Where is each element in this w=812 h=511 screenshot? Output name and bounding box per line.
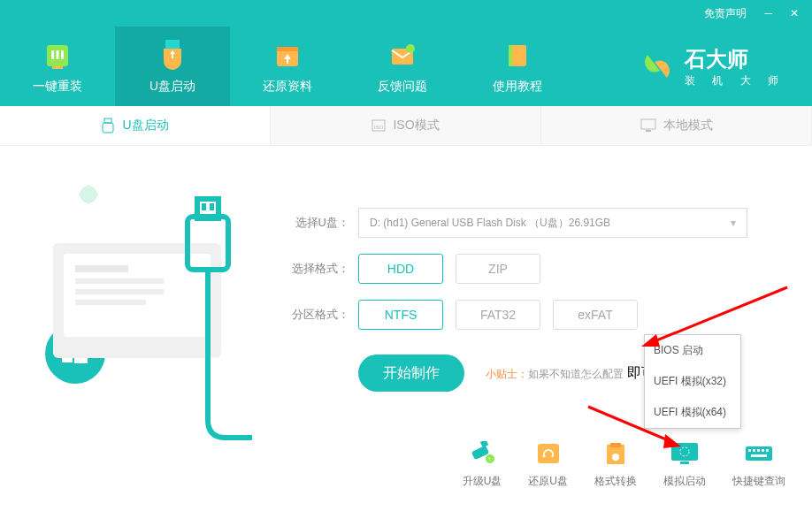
sub-tabs: U盘启动 ISO ISO模式 本地模式 [0, 106, 812, 146]
svg-rect-50 [762, 449, 764, 452]
convert-icon [600, 440, 632, 467]
svg-rect-17 [646, 130, 651, 132]
tab-local-mode[interactable]: 本地模式 [541, 106, 812, 145]
tool-label: 格式转换 [594, 474, 637, 489]
illustration [0, 146, 274, 511]
close-button[interactable]: ✕ [790, 7, 799, 19]
disk-label: 选择U盘： [283, 215, 349, 231]
monitor-icon [640, 118, 656, 133]
svg-rect-46 [746, 446, 772, 461]
usb-boot-icon [155, 38, 190, 73]
simulate-icon [669, 440, 701, 467]
disk-value: D: (hd1) General USB Flash Disk （U盘）26.9… [370, 216, 610, 231]
nav-usb-boot[interactable]: U盘启动 [115, 27, 230, 106]
format-label: 选择格式： [283, 261, 349, 277]
svg-rect-43 [671, 443, 698, 461]
content-area: 选择U盘： D: (hd1) General USB Flash Disk （U… [0, 146, 812, 511]
restore-icon [270, 38, 305, 73]
tutorial-icon [500, 38, 535, 73]
tool-label: 升级U盘 [463, 474, 502, 489]
svg-rect-28 [75, 278, 164, 284]
partition-option-exfat[interactable]: exFAT [553, 300, 638, 330]
partition-option-ntfs[interactable]: NTFS [358, 300, 443, 330]
partition-option-fat32[interactable]: FAT32 [456, 300, 540, 330]
chevron-down-icon: ▾ [731, 217, 736, 229]
menu-item-uefi-x64[interactable]: UEFI 模拟(x64) [645, 397, 740, 428]
svg-rect-49 [757, 449, 760, 452]
svg-rect-13 [103, 123, 113, 133]
svg-rect-29 [75, 289, 164, 294]
tool-label: 快捷键查询 [732, 474, 785, 489]
start-button[interactable]: 开始制作 [358, 355, 464, 392]
tool-upgrade-usb[interactable]: ↑ 升级U盘 [463, 440, 502, 489]
svg-rect-7 [277, 47, 298, 51]
usb-icon [101, 118, 115, 133]
brand-tagline: 装 机 大 师 [685, 73, 785, 88]
svg-rect-2 [57, 50, 59, 59]
svg-text:↑: ↑ [487, 455, 491, 463]
svg-rect-30 [75, 300, 146, 305]
svg-rect-47 [748, 449, 751, 452]
title-bar: 免责声明 ─ ✕ [0, 0, 812, 27]
svg-rect-16 [641, 119, 655, 129]
svg-rect-3 [61, 50, 64, 59]
svg-rect-5 [165, 40, 180, 49]
svg-rect-27 [75, 265, 128, 272]
keyboard-icon [743, 440, 775, 467]
partition-label: 分区格式： [283, 307, 349, 323]
tool-label: 模拟启动 [663, 474, 706, 489]
svg-rect-1 [51, 50, 54, 59]
tip-text: 小贴士：如果不知道怎么配置 [486, 368, 626, 380]
nav-label: 使用教程 [493, 79, 542, 95]
brand-logo-icon [639, 48, 676, 85]
format-option-zip[interactable]: ZIP [456, 254, 540, 284]
svg-rect-4 [52, 66, 63, 69]
bottom-tools: ↑ 升级U盘 还原U盘 格式转换 模拟启动 快捷键查询 [463, 440, 785, 489]
menu-item-uefi-x32[interactable]: UEFI 模拟(x32) [645, 366, 740, 397]
usb-upgrade-icon: ↑ [466, 440, 498, 467]
nav-reinstall[interactable]: 一键重装 [0, 27, 115, 106]
nav-feedback[interactable]: 反馈问题 [345, 27, 460, 106]
nav-label: 反馈问题 [378, 79, 427, 95]
tool-label: 还原U盘 [528, 474, 568, 489]
svg-rect-12 [104, 118, 111, 123]
svg-rect-48 [753, 449, 755, 452]
minimize-button[interactable]: ─ [764, 7, 772, 19]
svg-rect-41 [610, 443, 621, 447]
nav-label: 一键重装 [33, 79, 82, 95]
tab-usb-boot[interactable]: U盘启动 [0, 106, 271, 145]
nav-tutorial[interactable]: 使用教程 [460, 27, 575, 106]
svg-rect-36 [480, 441, 488, 447]
tip-label: 小贴士： [486, 368, 528, 380]
svg-point-9 [406, 44, 415, 53]
menu-item-bios[interactable]: BIOS 启动 [645, 335, 740, 366]
disk-dropdown[interactable]: D: (hd1) General USB Flash Disk （U盘）26.9… [358, 208, 747, 238]
tool-simulate-boot[interactable]: 模拟启动 [663, 440, 706, 489]
nav-label: 还原资料 [263, 79, 312, 95]
reinstall-icon [40, 38, 75, 73]
svg-rect-44 [680, 461, 689, 464]
svg-rect-11 [509, 45, 512, 66]
svg-rect-51 [766, 449, 769, 452]
tab-label: U盘启动 [122, 118, 168, 133]
format-option-hdd[interactable]: HDD [358, 254, 443, 284]
svg-rect-19 [79, 185, 99, 205]
svg-text:ISO: ISO [374, 125, 384, 130]
boot-mode-menu: BIOS 启动 UEFI 模拟(x32) UEFI 模拟(x64) [644, 334, 741, 429]
nav-label: U盘启动 [149, 79, 195, 95]
disclaimer-link[interactable]: 免责声明 [704, 6, 747, 21]
brand-name: 石大师 [685, 45, 785, 73]
tool-shortcut-query[interactable]: 快捷键查询 [732, 440, 785, 489]
tab-iso-mode[interactable]: ISO ISO模式 [271, 106, 541, 145]
tool-format-convert[interactable]: 格式转换 [594, 440, 637, 489]
iso-icon: ISO [372, 118, 386, 133]
brand: 石大师 装 机 大 师 [639, 27, 812, 106]
svg-rect-33 [202, 203, 206, 210]
main-nav: 一键重装 U盘启动 还原资料 反馈问题 使用教程 石大师 装 机 大 师 [0, 27, 812, 106]
svg-rect-52 [751, 454, 767, 457]
nav-restore[interactable]: 还原资料 [230, 27, 345, 106]
usb-restore-icon [532, 440, 564, 467]
tab-label: 本地模式 [663, 118, 713, 133]
tool-restore-usb[interactable]: 还原U盘 [528, 440, 568, 489]
svg-rect-39 [538, 444, 559, 463]
